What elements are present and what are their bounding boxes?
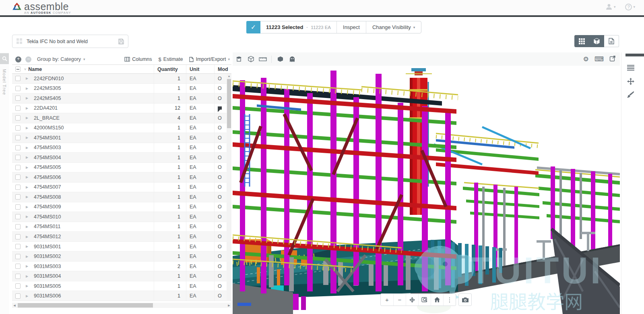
row-checkbox[interactable] (15, 155, 21, 160)
row-checkbox[interactable] (15, 86, 21, 91)
sidebar-scroll-thumb[interactable] (625, 54, 644, 56)
help-menu[interactable]: ? ▾ (625, 4, 635, 10)
row-checkbox[interactable] (15, 175, 21, 180)
table-row[interactable]: ▶ 2242MS405 1 EA O (12, 94, 231, 104)
row-checkbox[interactable] (15, 106, 21, 111)
paint-tool-button[interactable] (627, 91, 634, 100)
row-expander-icon[interactable]: ▶ (24, 185, 33, 189)
fit-view-button[interactable] (406, 294, 418, 306)
row-checkbox[interactable] (15, 194, 21, 200)
row-expander-icon[interactable]: ▶ (24, 126, 33, 130)
save-view-button[interactable] (118, 38, 124, 45)
cube-view-button[interactable] (245, 56, 257, 62)
table-row[interactable]: ▶ 22DA4201 12 EA (12, 104, 231, 114)
row-checkbox[interactable] (15, 204, 21, 210)
user-menu[interactable]: ▾ (605, 3, 616, 10)
column-header-quantity[interactable]: Quantity (154, 65, 186, 73)
row-checkbox[interactable] (15, 214, 21, 219)
keyboard-shortcuts-button[interactable]: ⌨ (594, 56, 604, 62)
model-3d-scene[interactable]: TUITUI 腿腿教学网 (233, 66, 620, 314)
remove-group-button[interactable]: − (25, 56, 31, 62)
row-checkbox[interactable] (15, 283, 21, 289)
row-checkbox[interactable] (15, 96, 21, 101)
column-header-mod[interactable]: Mod (214, 65, 231, 73)
row-checkbox[interactable] (15, 264, 21, 269)
row-expander-icon[interactable]: ▶ (24, 274, 33, 278)
model-tree-tab[interactable]: Model Tree (2, 69, 7, 95)
table-row[interactable]: ▶ 2L_BRACE 4 EA O (12, 113, 231, 123)
table-row[interactable]: ▶ 4754MS012 1 EA O (12, 232, 231, 242)
row-expander-icon[interactable]: ▶ (24, 235, 33, 239)
row-expander-icon[interactable]: ▶ (24, 255, 33, 258)
row-checkbox[interactable] (15, 244, 21, 249)
table-row[interactable]: ▶ 4754MS008 1 EA O (12, 192, 231, 202)
table-row[interactable]: ▶ 2242MS305 1 EA O (12, 84, 231, 94)
table-row[interactable]: ▶ 9031MS005 1 EA O (12, 281, 231, 291)
columns-button[interactable]: Columns (124, 56, 152, 62)
table-row[interactable]: ▶ 4754MS001 1 EA O (12, 133, 231, 143)
search-button[interactable] (0, 53, 9, 64)
ghost-mode-button[interactable] (286, 56, 298, 62)
zoom-window-button[interactable] (418, 294, 431, 306)
viewer-settings-button[interactable]: ⚙ (583, 56, 589, 62)
row-expander-icon[interactable]: ▶ (24, 96, 33, 100)
row-checkbox[interactable] (15, 224, 21, 229)
row-expander-icon[interactable]: ▶ (24, 156, 33, 159)
row-expander-icon[interactable]: ▶ (24, 245, 33, 248)
estimate-button[interactable]: $ Estimate (159, 56, 183, 62)
table-row[interactable]: ▶ 9031MS006 1 EA O (12, 291, 231, 301)
row-checkbox[interactable] (15, 165, 21, 170)
row-expander-icon[interactable]: ▶ (24, 166, 33, 169)
row-expander-icon[interactable]: ▶ (24, 106, 33, 110)
group-by-dropdown[interactable]: Group by: Category ▾ (37, 56, 85, 62)
move-tool-button[interactable] (627, 78, 634, 87)
row-checkbox[interactable] (15, 293, 21, 299)
row-expander-icon[interactable]: ▶ (24, 264, 33, 268)
row-checkbox[interactable] (15, 115, 21, 121)
row-checkbox[interactable] (15, 274, 21, 279)
select-all-checkbox[interactable] (15, 67, 21, 72)
inspect-button[interactable]: Inspect (336, 21, 366, 33)
model-view-toggle[interactable] (589, 35, 604, 47)
row-expander-icon[interactable]: ▶ (24, 205, 33, 209)
row-checkbox[interactable] (15, 254, 21, 259)
vertical-scrollbar[interactable]: ▲ (227, 74, 231, 301)
table-row[interactable]: ▶ 4754MS005 1 EA O (12, 163, 231, 173)
table-row[interactable]: ▶ 9031MS002 1 EA O (12, 252, 231, 262)
row-expander-icon[interactable]: ▶ (24, 225, 33, 229)
open-new-window-button[interactable] (609, 55, 616, 63)
column-header-unit[interactable]: Unit (186, 65, 214, 73)
scroll-up-arrow[interactable]: ▲ (227, 74, 231, 79)
document-view-toggle[interactable] (604, 35, 619, 47)
import-export-dropdown[interactable]: Import/Export ▾ (189, 56, 230, 62)
select-all-button[interactable]: ✓ (246, 21, 260, 33)
table-row[interactable]: ▶ 4754MS010 1 EA O (12, 212, 231, 222)
row-expander-icon[interactable]: ▶ (24, 146, 33, 150)
change-visibility-button[interactable]: Change Visibility ▾ (366, 21, 421, 33)
table-row[interactable]: ▶ 4754MS004 1 EA O (12, 153, 231, 163)
table-row[interactable]: ▶ 4754MS007 1 EA O (12, 183, 231, 193)
table-row[interactable]: ▶ 42000MS150 1 EA O (12, 123, 231, 133)
row-expander-icon[interactable]: ▶ (24, 77, 33, 80)
table-row[interactable]: ▶ 9031MS004 1 EA O (12, 271, 231, 281)
row-expander-icon[interactable]: ▶ (24, 116, 33, 120)
row-expander-icon[interactable]: ▶ (24, 175, 33, 179)
row-expander-icon[interactable]: ▶ (24, 294, 33, 298)
table-row[interactable]: ▶ 2242FDN010 1 EA O (12, 74, 231, 84)
measure-button[interactable] (257, 57, 269, 62)
table-row[interactable]: ▶ 4754MS009 1 EA O (12, 202, 231, 212)
table-row[interactable]: ▶ 4754MS006 1 EA O (12, 173, 231, 183)
more-options-button[interactable]: ⋮ (443, 294, 456, 306)
add-group-button[interactable]: + (15, 56, 21, 62)
model-canvas[interactable]: TUITUI 腿腿教学网 (233, 66, 620, 314)
horizontal-scroll-thumb[interactable] (18, 303, 153, 308)
properties-list-button[interactable] (627, 64, 634, 72)
horizontal-scrollbar[interactable]: ◀ ▶ (12, 303, 231, 308)
screenshot-button[interactable] (459, 294, 471, 306)
row-checkbox[interactable] (15, 76, 21, 81)
scroll-left-arrow[interactable]: ◀ (12, 304, 17, 307)
row-checkbox[interactable] (15, 234, 21, 239)
assemble-logo[interactable]: assemble AN AUTODESK COMPANY (12, 2, 71, 15)
row-checkbox[interactable] (15, 125, 21, 131)
scroll-right-arrow[interactable]: ▶ (227, 304, 231, 307)
